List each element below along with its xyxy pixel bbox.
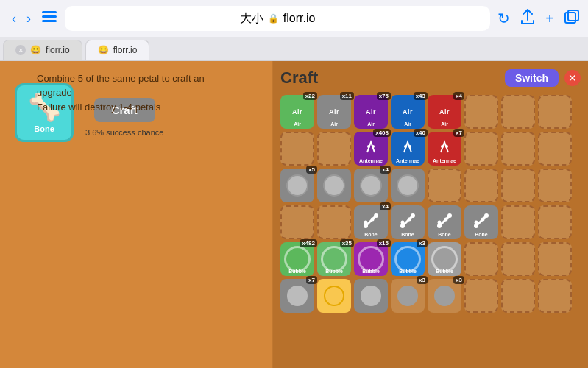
petal-cell-34[interactable]: x15Bubble bbox=[354, 242, 388, 276]
petal-cell-45 bbox=[464, 279, 498, 313]
count-badge: x43 bbox=[414, 92, 428, 100]
count-badge: x4 bbox=[380, 166, 391, 174]
petal-cell-36[interactable]: Bubble bbox=[428, 242, 461, 276]
petal-cell-30 bbox=[501, 205, 535, 239]
refresh-button[interactable]: ↻ bbox=[497, 10, 510, 27]
petal-cell-27[interactable]: Bone bbox=[391, 205, 425, 239]
count-badge: x40 bbox=[414, 129, 428, 137]
count-badge: x4 bbox=[453, 92, 464, 100]
petal-label: Antennae bbox=[428, 158, 461, 163]
count-badge: x482 bbox=[300, 239, 317, 247]
petal-cell-28[interactable]: Bone bbox=[428, 205, 461, 239]
craft-title: Craft bbox=[280, 68, 318, 88]
petal-label: Antennae bbox=[391, 158, 425, 163]
svg-point-18 bbox=[401, 221, 405, 224]
svg-point-23 bbox=[438, 221, 442, 224]
count-badge: x7 bbox=[453, 129, 464, 137]
petal-label: Bone bbox=[428, 232, 461, 237]
petal-cell-2[interactable]: x75AirAir bbox=[354, 95, 388, 129]
petal-cell-42[interactable] bbox=[354, 279, 388, 313]
svg-rect-1 bbox=[42, 15, 57, 18]
petal-cell-7 bbox=[538, 95, 572, 129]
petal-cell-20 bbox=[428, 169, 461, 202]
petal-label: Bubble bbox=[391, 269, 425, 274]
address-left-text: 大小 bbox=[240, 11, 263, 26]
address-bar[interactable]: 大小 🔒 florr.io bbox=[65, 6, 490, 31]
player-petal-label: Bone bbox=[34, 124, 54, 133]
count-badge: x3 bbox=[417, 239, 428, 247]
petal-cell-6 bbox=[501, 95, 535, 129]
svg-point-28 bbox=[475, 221, 478, 224]
close-button[interactable]: ✕ bbox=[564, 70, 581, 86]
petal-cell-1[interactable]: x11AirAir bbox=[317, 95, 351, 129]
petal-cell-18[interactable]: x4 bbox=[354, 169, 388, 202]
petal-cell-11[interactable]: x40 Antennae bbox=[391, 132, 425, 166]
browser-toolbar: ‹ › 大小 🔒 florr.io ↻ + bbox=[0, 0, 588, 37]
petal-cell-44[interactable]: x3 bbox=[428, 279, 461, 313]
petal-cell-12[interactable]: x7 Antennae bbox=[428, 132, 461, 166]
svg-point-6 bbox=[372, 145, 375, 148]
nav-buttons: ‹ › bbox=[9, 10, 34, 28]
switch-button[interactable]: Switch bbox=[505, 69, 559, 87]
petal-cell-15 bbox=[538, 132, 572, 166]
bookmarks-button[interactable] bbox=[41, 10, 57, 27]
petal-cell-39 bbox=[538, 242, 572, 276]
back-button[interactable]: ‹ bbox=[9, 10, 19, 28]
petal-cell-17[interactable] bbox=[317, 169, 351, 202]
petal-cell-4[interactable]: x4AirAir bbox=[428, 95, 461, 129]
petal-cell-16[interactable]: x5 bbox=[280, 169, 314, 202]
combine-instructions: Combine 5 of the same petal to craft an … bbox=[37, 71, 221, 115]
count-badge: x75 bbox=[377, 92, 391, 100]
petal-label: Bone bbox=[354, 232, 388, 237]
petal-label: Air bbox=[391, 121, 425, 127]
svg-point-13 bbox=[364, 221, 368, 224]
count-badge: x7 bbox=[306, 276, 317, 284]
svg-point-15 bbox=[371, 218, 375, 222]
forward-button[interactable]: › bbox=[24, 10, 34, 28]
browser-tabs: ✕ 😀 florr.io 😀 florr.io bbox=[0, 37, 588, 60]
game-area: 🦴 Bone Craft 3.6% success chance Combine… bbox=[0, 61, 588, 368]
craft-header-actions: Switch ✕ bbox=[505, 69, 581, 87]
svg-point-25 bbox=[444, 218, 448, 222]
left-panel: 🦴 Bone Craft 3.6% success chance Combine… bbox=[15, 83, 221, 151]
count-badge: x35 bbox=[340, 239, 354, 247]
petal-cell-43[interactable]: x3 bbox=[391, 279, 425, 313]
petal-grid: x22AirAirx11AirAirx75AirAirx43AirAirx4Ai… bbox=[280, 95, 581, 313]
petal-label: Air bbox=[280, 121, 314, 127]
count-badge: x4 bbox=[380, 202, 391, 210]
petal-cell-40[interactable]: x7 bbox=[280, 279, 314, 313]
petal-cell-29[interactable]: Bone bbox=[464, 205, 498, 239]
petal-cell-41[interactable] bbox=[317, 279, 351, 313]
petal-cell-0[interactable]: x22AirAir bbox=[280, 95, 314, 129]
lock-icon: 🔒 bbox=[268, 13, 279, 24]
petal-cell-33[interactable]: x35Bubble bbox=[317, 242, 351, 276]
tab-1[interactable]: ✕ 😀 florr.io bbox=[3, 40, 82, 60]
petal-label: Antennae bbox=[354, 158, 388, 163]
svg-point-22 bbox=[437, 224, 442, 228]
count-badge: x5 bbox=[306, 166, 317, 174]
svg-rect-2 bbox=[42, 20, 57, 22]
petal-cell-26[interactable]: x4 Bone bbox=[354, 205, 388, 239]
petal-cell-14 bbox=[501, 132, 535, 166]
tabs-overview-button[interactable] bbox=[564, 10, 579, 28]
petal-label: Bone bbox=[391, 232, 425, 237]
svg-point-29 bbox=[484, 213, 489, 218]
craft-header: Craft Switch ✕ bbox=[280, 68, 581, 88]
petal-label: Bubble bbox=[317, 269, 351, 274]
share-button[interactable] bbox=[520, 9, 535, 29]
tab-2[interactable]: 😀 florr.io bbox=[85, 40, 150, 60]
petal-cell-10[interactable]: x408 Antennae bbox=[354, 132, 388, 166]
petal-cell-21 bbox=[464, 169, 498, 202]
petal-label: Bubble bbox=[428, 269, 461, 274]
petal-label: Air bbox=[317, 121, 351, 127]
tab-label-2: florr.io bbox=[113, 45, 138, 55]
petal-cell-5 bbox=[464, 95, 498, 129]
tab-close-1[interactable]: ✕ bbox=[15, 45, 26, 55]
petal-cell-35[interactable]: x3Bubble bbox=[391, 242, 425, 276]
add-tab-button[interactable]: + bbox=[545, 10, 554, 27]
petal-cell-3[interactable]: x43AirAir bbox=[391, 95, 425, 129]
craft-chance-text: 3.6% success chance bbox=[85, 128, 163, 137]
petal-cell-32[interactable]: x482Bubble bbox=[280, 242, 314, 276]
petal-cell-19[interactable] bbox=[391, 169, 425, 202]
petal-cell-25 bbox=[317, 205, 351, 239]
